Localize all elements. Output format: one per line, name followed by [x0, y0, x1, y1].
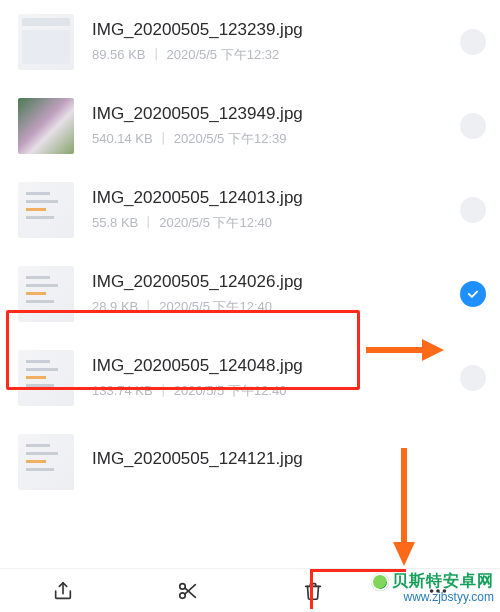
thumbnail: [18, 98, 74, 154]
check-icon: [466, 287, 480, 301]
select-circle[interactable]: [460, 281, 486, 307]
file-name: IMG_20200505_124048.jpg: [92, 356, 450, 376]
thumbnail: [18, 182, 74, 238]
thumbnail: [18, 14, 74, 70]
file-meta: 28.9 KB丨2020/5/5 下午12:40: [92, 298, 450, 316]
thumbnail: [18, 266, 74, 322]
list-item[interactable]: IMG_20200505_124026.jpg 28.9 KB丨2020/5/5…: [0, 252, 500, 336]
file-info: IMG_20200505_124048.jpg 133.74 KB丨2020/5…: [92, 356, 450, 400]
more-button[interactable]: [408, 571, 468, 611]
file-name: IMG_20200505_124026.jpg: [92, 272, 450, 292]
share-button[interactable]: [33, 571, 93, 611]
file-name: IMG_20200505_123949.jpg: [92, 104, 450, 124]
share-icon: [52, 580, 74, 602]
select-circle[interactable]: [460, 197, 486, 223]
svg-point-9: [429, 589, 433, 593]
bottom-toolbar: [0, 568, 500, 612]
svg-point-11: [442, 589, 446, 593]
file-name: IMG_20200505_124013.jpg: [92, 188, 450, 208]
file-meta: 540.14 KB丨2020/5/5 下午12:39: [92, 130, 450, 148]
list-item[interactable]: IMG_20200505_123949.jpg 540.14 KB丨2020/5…: [0, 84, 500, 168]
delete-button[interactable]: [283, 571, 343, 611]
thumbnail: [18, 350, 74, 406]
file-info: IMG_20200505_124026.jpg 28.9 KB丨2020/5/5…: [92, 272, 450, 316]
cut-button[interactable]: [158, 571, 218, 611]
select-circle[interactable]: [460, 29, 486, 55]
file-list: IMG_20200505_123239.jpg 89.56 KB丨2020/5/…: [0, 0, 500, 550]
list-item[interactable]: IMG_20200505_124013.jpg 55.8 KB丨2020/5/5…: [0, 168, 500, 252]
file-meta: 55.8 KB丨2020/5/5 下午12:40: [92, 214, 450, 232]
file-name: IMG_20200505_124121.jpg: [92, 449, 486, 469]
thumbnail: [18, 434, 74, 490]
file-info: IMG_20200505_124013.jpg 55.8 KB丨2020/5/5…: [92, 188, 450, 232]
scissors-icon: [177, 580, 199, 602]
select-circle[interactable]: [460, 365, 486, 391]
list-item[interactable]: IMG_20200505_124048.jpg 133.74 KB丨2020/5…: [0, 336, 500, 420]
svg-point-10: [436, 589, 440, 593]
file-name: IMG_20200505_123239.jpg: [92, 20, 450, 40]
file-info: IMG_20200505_123239.jpg 89.56 KB丨2020/5/…: [92, 20, 450, 64]
trash-icon: [302, 580, 324, 602]
list-item[interactable]: IMG_20200505_124121.jpg: [0, 420, 500, 490]
file-info: IMG_20200505_123949.jpg 540.14 KB丨2020/5…: [92, 104, 450, 148]
list-item[interactable]: IMG_20200505_123239.jpg 89.56 KB丨2020/5/…: [0, 0, 500, 84]
select-circle[interactable]: [460, 113, 486, 139]
file-meta: 133.74 KB丨2020/5/5 下午12:40: [92, 382, 450, 400]
file-meta: 89.56 KB丨2020/5/5 下午12:32: [92, 46, 450, 64]
file-info: IMG_20200505_124121.jpg: [92, 449, 486, 475]
more-icon: [427, 580, 449, 602]
